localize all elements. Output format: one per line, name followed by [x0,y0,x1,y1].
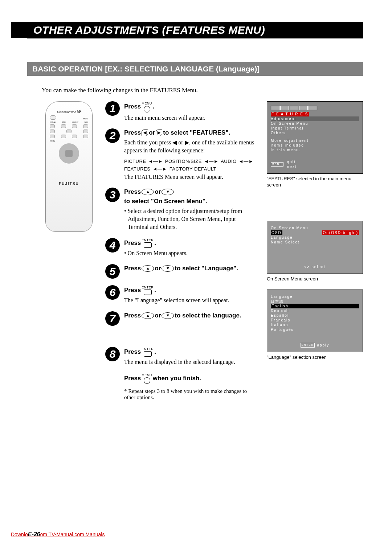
step-number: 3 [105,188,120,202]
intro-text: You can make the following changes in th… [42,87,363,94]
manual-page: OTHER ADJUSTMENTS (FEATURES MENU) BASIC … [0,0,392,554]
step-heading: Press ◀ or ▶ to select "FEATURES". [124,128,258,137]
step-desc: The main menu screen will appear. [124,114,258,122]
step-heading: Press ▲ or ▼ to select "On Screen Menu". [124,188,258,206]
section-title: BASIC OPERATION [EX.: SELECTING LANGUAGE… [27,62,363,76]
content-columns: Plasmavision W MUTE DISPLAYMODEMEMORYWID… [42,101,363,401]
menu-sequence: PICTURE ◄—► POSITION/SIZE ◄—► AUDIO ◄—► … [124,159,258,172]
left-arrow-icon: ◀ [142,130,148,136]
enter-button-icon: ENTER [142,347,154,357]
final-instructions: Press MENU when you finish. * Repeat ste… [124,373,258,401]
menu-button-icon: MENU [142,373,152,384]
right-arrow-icon: ▶ [156,130,162,136]
osd-onscreen: On Screen Menu OSDOn(OSD:bright) Languag… [267,221,363,274]
remote-illustration: Plasmavision W MUTE DISPLAYMODEMEMORYWID… [45,101,93,232]
step-3: 3 Press ▲ or ▼ to select "On Screen Menu… [105,188,258,231]
step-1: 1 Press MENU.The main menu screen will a… [105,101,258,122]
step-desc: • Select a desired option for adjustment… [128,207,258,231]
step-number: 6 [105,285,120,300]
remote-logo: FUJITSU [49,182,89,186]
seq-after: The FEATURES Menu screen will appear. [124,173,258,181]
remote-dpad [59,143,79,164]
osd-column: F E A T U R E S Adjustment On Screen Men… [267,101,363,401]
page-title-bar: OTHER ADJUSTMENTS (FEATURES MENU) [11,22,363,38]
step-number: 1 [105,101,120,116]
osd-language-caption: "Language" selection screen [267,354,363,361]
title-square [11,22,27,38]
page-title: OTHER ADJUSTMENTS (FEATURES MENU) [27,22,363,38]
step-8: 8 Press ENTER.The menu is displayed in t… [105,347,258,366]
menu-button-icon: MENU [142,101,152,112]
up-arrow-icon: ▲ [142,312,154,319]
step-number: 5 [105,264,120,279]
step-desc: The "Language" selection screen will app… [124,296,258,304]
step-desc: • On Screen Menu appears. [128,249,258,257]
down-arrow-icon: ▼ [162,265,174,272]
enter-button-icon: ENTER [142,238,154,248]
step-number: 2 [105,128,120,143]
step-number: 8 [105,347,120,361]
step-4: 4 Press ENTER.• On Screen Menu appears. [105,238,258,258]
step-heading: Press ENTER. [124,238,258,248]
osd-onscreen-caption: On Screen Menu screen [267,276,363,282]
osd-features-caption: "FEATURES" selected in the main menu scr… [267,176,363,188]
steps-column: 1 Press MENU.The main menu screen will a… [105,101,258,401]
step-desc: Each time you press ◀ or ▶, one of the a… [124,139,258,155]
step-7: 7 Press ▲ or ▼ to select the language. [105,311,258,326]
up-arrow-icon: ▲ [142,189,154,195]
download-link[interactable]: DownloE-26om TV-Manual.com Manuals [11,532,105,537]
remote-column: Plasmavision W MUTE DISPLAYMODEMEMORYWID… [42,101,96,401]
footnote: * Repeat steps 3 to 8 when you wish to m… [124,388,258,401]
osd-language: Language 日本語EnglishDeutschEspañolFrançai… [267,290,363,352]
remote-brand: Plasmavision W [49,110,89,114]
enter-button-icon: ENTER [142,285,154,295]
step-6: 6 Press ENTER.The "Language" selection s… [105,285,258,305]
down-arrow-icon: ▼ [162,312,174,319]
step-number: 7 [105,311,120,326]
step-heading: Press ▲ or ▼ to select "Language". [124,264,258,273]
down-arrow-icon: ▼ [162,189,174,195]
step-heading: Press ENTER. [124,285,258,295]
up-arrow-icon: ▲ [142,265,154,272]
step-5: 5 Press ▲ or ▼ to select "Language". [105,264,258,279]
osd-features: F E A T U R E S Adjustment On Screen Men… [267,101,363,174]
page-footer: DownloE-26om TV-Manual.com Manuals [11,531,105,538]
step-heading: Press ▲ or ▼ to select the language. [124,311,258,320]
step-number: 4 [105,238,120,253]
step-heading: Press ENTER. [124,347,258,357]
step-desc: The menu is displayed in the selected la… [124,358,258,366]
step-2: 2 Press ◀ or ▶ to select "FEATURES".Each… [105,128,258,181]
step-heading: Press MENU. [124,101,258,112]
